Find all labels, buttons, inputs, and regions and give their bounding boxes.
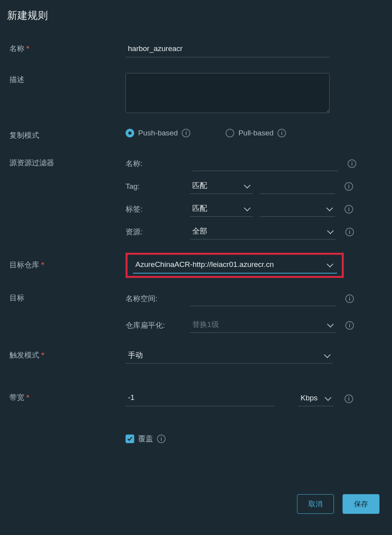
target-registry-select[interactable]: AzureChinaACR-http://leiacr01.azurecr.cn [133, 259, 337, 274]
override-checkbox[interactable] [126, 435, 134, 443]
info-icon[interactable]: i [345, 182, 353, 191]
info-icon[interactable]: i [345, 394, 353, 403]
info-icon[interactable]: i [157, 435, 166, 443]
filter-row-name: 名称: i [126, 156, 383, 171]
filter-tag-input[interactable] [260, 179, 335, 194]
radio-push-based[interactable]: Push-based i [126, 129, 190, 137]
radio-circle-push [126, 129, 134, 137]
target-label-namespace: 名称空间: [126, 294, 190, 304]
info-icon[interactable]: i [348, 159, 356, 168]
label-source-filter: 源资源过滤器 [9, 156, 126, 168]
bandwidth-unit-select[interactable]: Kbps [298, 391, 334, 406]
label-replication-mode: 复制模式 [9, 129, 126, 141]
form-body: 名称 描述 复制模式 Push-based i Pull-based i [0, 26, 392, 444]
row-target-registry: 目标仓库 AzureChinaACR-http://leiacr01.azure… [9, 253, 383, 278]
filter-label-tag: Tag: [126, 182, 190, 191]
radio-label-push: Push-based [138, 129, 178, 137]
filter-label-value-select[interactable] [260, 202, 335, 217]
label-trigger-mode: 触发模式 [9, 349, 126, 360]
row-name: 名称 [9, 42, 383, 57]
highlight-box: AzureChinaACR-http://leiacr01.azurecr.cn [126, 253, 344, 278]
info-icon[interactable]: i [345, 228, 354, 236]
radio-circle-pull [226, 129, 234, 137]
save-button[interactable]: 保存 [343, 494, 379, 514]
filter-label-match-select[interactable]: 匹配 [190, 202, 253, 217]
label-bandwidth: 带宽 [9, 391, 126, 403]
namespace-input[interactable] [190, 291, 336, 306]
row-override: 覆盖 i [9, 434, 383, 444]
cancel-button[interactable]: 取消 [297, 494, 334, 514]
row-source-filter: 源资源过滤器 名称: i Tag: 匹配 i 标签: 匹配 i 资源: [9, 156, 383, 239]
label-target: 目标 [9, 291, 126, 303]
filter-label-resource: 资源: [126, 227, 190, 237]
row-replication-mode: 复制模式 Push-based i Pull-based i [9, 129, 383, 141]
footer: 取消 保存 [0, 486, 392, 522]
info-icon[interactable]: i [182, 129, 190, 137]
info-icon[interactable]: i [345, 205, 353, 214]
target-row-namespace: 名称空间: i [126, 291, 383, 306]
filter-row-resource: 资源: 全部 i [126, 225, 383, 239]
name-input[interactable] [126, 42, 330, 57]
description-textarea[interactable] [126, 73, 330, 113]
filter-row-tag: Tag: 匹配 i [126, 179, 383, 194]
radio-label-pull: Pull-based [238, 129, 273, 137]
filter-resource-select[interactable]: 全部 [190, 225, 336, 239]
flatten-select[interactable]: 替换1级 [190, 318, 336, 333]
target-registry-value: AzureChinaACR-http://leiacr01.azurecr.cn [135, 260, 274, 268]
label-name: 名称 [9, 42, 126, 54]
filter-row-label: 标签: 匹配 i [126, 202, 383, 217]
bandwidth-input[interactable] [126, 391, 275, 406]
filter-name-input[interactable] [192, 156, 338, 171]
label-override-empty [9, 434, 126, 435]
check-icon [127, 436, 133, 442]
filter-label-name: 名称: [126, 159, 190, 169]
filter-label-label: 标签: [126, 204, 190, 214]
trigger-mode-select[interactable]: 手动 [126, 349, 333, 363]
target-row-flatten: 仓库扁平化: 替换1级 i [126, 318, 383, 333]
row-trigger-mode: 触发模式 手动 [9, 349, 383, 363]
label-description: 描述 [9, 73, 126, 85]
row-description: 描述 [9, 73, 383, 113]
row-bandwidth: 带宽 Kbps i [9, 391, 383, 406]
label-target-registry: 目标仓库 [9, 253, 126, 270]
info-icon[interactable]: i [345, 321, 354, 330]
radio-pull-based[interactable]: Pull-based i [226, 129, 286, 137]
filter-tag-match-select[interactable]: 匹配 [190, 179, 253, 194]
modal-title: 新建规则 [0, 0, 392, 26]
row-target: 目标 名称空间: i 仓库扁平化: 替换1级 i [9, 291, 383, 333]
info-icon[interactable]: i [277, 129, 286, 137]
override-label: 覆盖 [138, 434, 153, 444]
target-label-flatten: 仓库扁平化: [126, 320, 190, 330]
info-icon[interactable]: i [345, 294, 354, 303]
